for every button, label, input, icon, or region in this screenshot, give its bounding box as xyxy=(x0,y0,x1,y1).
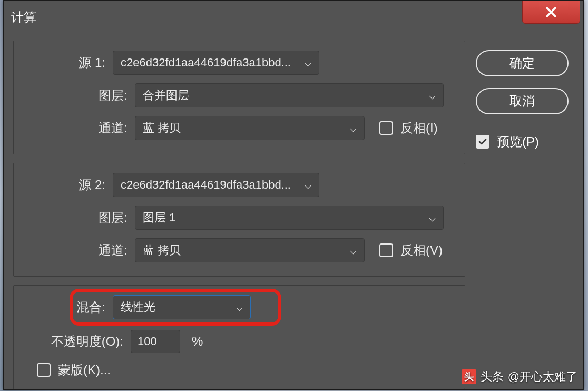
source1-layer-label: 图层: xyxy=(14,87,135,104)
dialog-title: 计算 xyxy=(11,9,36,26)
mask-checkbox[interactable] xyxy=(37,363,51,377)
source1-group: 源 1: c2e6d32fd1aa44619dfa3a1bbd... ⌵ 图层:… xyxy=(13,41,465,154)
chevron-down-icon: ⌵ xyxy=(429,89,436,102)
source1-channel-value: 蓝 拷贝 xyxy=(143,120,181,136)
watermark-brand: 头条 xyxy=(481,369,504,385)
watermark-icon: 头 xyxy=(462,369,476,384)
opacity-unit: % xyxy=(192,334,203,349)
source2-layer-value: 图层 1 xyxy=(143,210,175,226)
opacity-label: 不透明度(O): xyxy=(14,333,131,350)
chevron-down-icon: ⌵ xyxy=(350,243,357,257)
chevron-down-icon: ⌵ xyxy=(429,211,436,224)
blend-mode-value: 线性光 xyxy=(121,299,155,315)
ok-button[interactable]: 确定 xyxy=(476,50,569,76)
source2-file-dropdown[interactable]: c2e6d32fd1aa44619dfa3a1bbd... ⌵ xyxy=(113,173,319,197)
source1-channel-dropdown[interactable]: 蓝 拷贝 ⌵ xyxy=(135,116,365,140)
titlebar: 计算 xyxy=(4,1,583,34)
source2-invert-checkbox[interactable] xyxy=(379,243,393,257)
blend-group: 混合: 线性光 ⌵ 不透明度(O): 100 % 蒙版(K)... xyxy=(13,285,465,389)
preview-label: 预览(P) xyxy=(497,133,539,150)
source1-layer-value: 合并图层 xyxy=(143,87,189,103)
opacity-input[interactable]: 100 xyxy=(131,330,180,353)
watermark: 头 头条 @开心太难了 xyxy=(462,369,577,385)
source2-label: 源 2: xyxy=(14,177,113,193)
source2-channel-dropdown[interactable]: 蓝 拷贝 ⌵ xyxy=(135,238,365,262)
cancel-button[interactable]: 取消 xyxy=(476,88,569,114)
source1-label: 源 1: xyxy=(14,54,113,71)
source2-layer-dropdown[interactable]: 图层 1 ⌵ xyxy=(135,206,444,230)
source2-group: 源 2: c2e6d32fd1aa44619dfa3a1bbd... ⌵ 图层:… xyxy=(13,163,465,277)
source2-channel-label: 通道: xyxy=(14,242,135,259)
source2-layer-label: 图层: xyxy=(14,209,135,226)
blend-mode-dropdown[interactable]: 线性光 ⌵ xyxy=(113,295,251,319)
chevron-down-icon: ⌵ xyxy=(305,178,311,192)
chevron-down-icon: ⌵ xyxy=(305,56,311,70)
close-button[interactable] xyxy=(522,1,580,24)
source1-invert-label: 反相(I) xyxy=(400,120,438,136)
watermark-handle: @开心太难了 xyxy=(508,369,577,385)
source1-invert-checkbox[interactable] xyxy=(379,121,393,135)
close-icon xyxy=(544,5,558,19)
calculations-dialog: 计算 源 1: c2e6d32fd1aa44619dfa3a1bbd... ⌵ … xyxy=(3,0,584,390)
preview-checkbox[interactable] xyxy=(476,135,489,149)
source1-file-value: c2e6d32fd1aa44619dfa3a1bbd... xyxy=(121,56,291,70)
source2-channel-value: 蓝 拷贝 xyxy=(143,242,181,258)
source1-layer-dropdown[interactable]: 合并图层 ⌵ xyxy=(135,83,444,107)
source2-file-value: c2e6d32fd1aa44619dfa3a1bbd... xyxy=(121,178,291,192)
blend-label: 混合: xyxy=(14,299,113,316)
chevron-down-icon: ⌵ xyxy=(236,300,243,314)
chevron-down-icon: ⌵ xyxy=(350,121,357,135)
mask-label: 蒙版(K)... xyxy=(58,361,111,378)
source1-file-dropdown[interactable]: c2e6d32fd1aa44619dfa3a1bbd... ⌵ xyxy=(113,51,319,75)
source2-invert-label: 反相(V) xyxy=(400,242,443,259)
source1-channel-label: 通道: xyxy=(14,120,135,136)
